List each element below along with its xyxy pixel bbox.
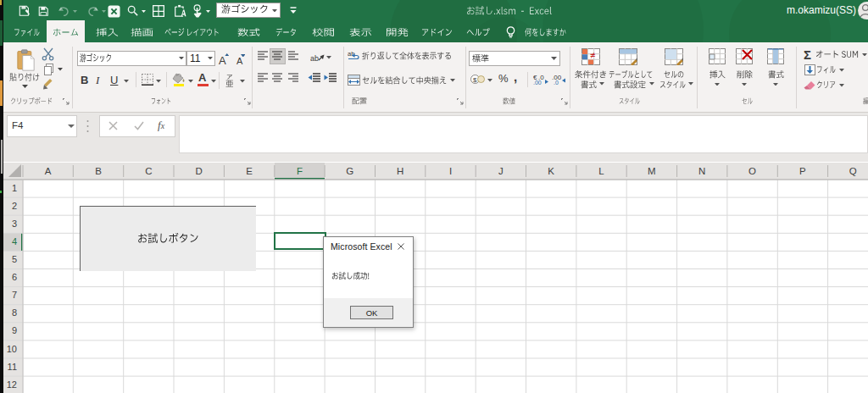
svg-text:.00: .00 bbox=[533, 80, 542, 85]
svg-text:.0: .0 bbox=[554, 80, 559, 85]
svg-text:$: $ bbox=[473, 76, 477, 84]
svg-text:≠: ≠ bbox=[590, 50, 595, 60]
svg-text:ab: ab bbox=[310, 54, 319, 63]
